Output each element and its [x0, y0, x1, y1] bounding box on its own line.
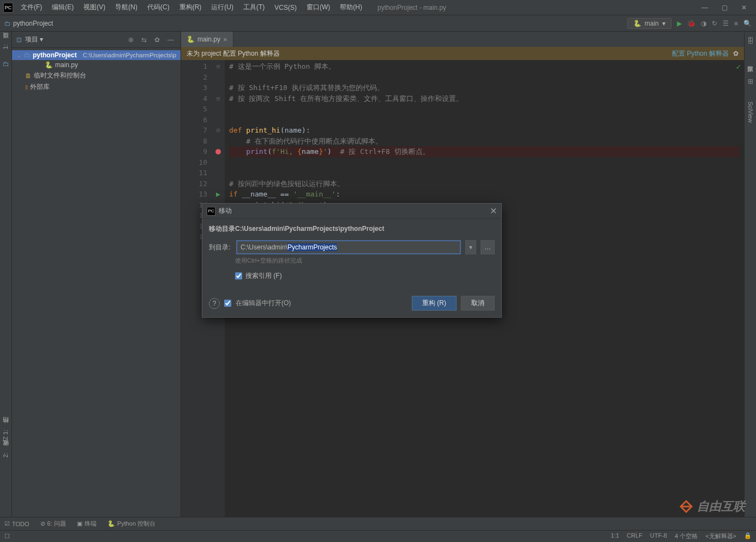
- app-logo: PC: [207, 207, 215, 216]
- gear-icon[interactable]: ✿: [733, 50, 739, 57]
- menu-window[interactable]: 窗口(W): [302, 1, 334, 14]
- tree-scratches[interactable]: 🗎 临时文件和控制台: [12, 70, 181, 81]
- target-icon[interactable]: ⊕: [126, 36, 136, 44]
- fold-icon[interactable]: ⊟: [217, 63, 220, 69]
- project-panel-header: ⊡ 项目 ▾ ⊕ ⇆ ✿ —: [12, 32, 181, 48]
- library-icon: ⫴: [25, 84, 28, 91]
- python-console-button[interactable]: 🐍 Python 控制台: [107, 520, 155, 528]
- menu-run[interactable]: 运行(U): [207, 1, 238, 14]
- run-button[interactable]: ▶: [677, 20, 682, 27]
- menu-tools[interactable]: 工具(T): [239, 1, 269, 14]
- coverage-icon[interactable]: ◑: [701, 20, 706, 27]
- lock-icon[interactable]: 🔒: [744, 532, 752, 540]
- project-view-icon: ⊡: [16, 36, 22, 44]
- menu-edit[interactable]: 编辑(E): [47, 1, 78, 14]
- grid-icon: ⊞: [748, 78, 753, 85]
- run-gutter-icon[interactable]: ▶: [216, 190, 220, 198]
- file-name: main.py: [55, 61, 78, 69]
- interpreter-warning-bar: 未为 project 配置 Python 解释器 配置 Python 解释器 ✿: [181, 47, 744, 60]
- chevron-down-icon: ▾: [662, 20, 665, 27]
- tree-external-libraries[interactable]: ⫴ 外部库: [12, 81, 181, 93]
- encoding[interactable]: UTF-8: [650, 532, 667, 540]
- terminal-icon: ▣: [77, 520, 82, 527]
- todo-button[interactable]: ☑ TODO: [4, 520, 29, 527]
- dialog-subtitle: 移动目录C:\Users\admin\PycharmProjects\pytho…: [209, 224, 495, 234]
- fold-icon[interactable]: ⊟: [217, 127, 220, 133]
- to-directory-input[interactable]: C:\Users\admin\PycharmProjects: [236, 240, 461, 254]
- browse-button[interactable]: …: [481, 240, 495, 254]
- search-references-label: 搜索引用 (F): [245, 271, 282, 281]
- menu-refactor[interactable]: 重构(R): [175, 1, 206, 14]
- profile-icon[interactable]: ↻: [712, 20, 717, 27]
- scratches-label: 临时文件和控制台: [34, 71, 86, 80]
- problems-button[interactable]: ⊘ 6: 问题: [40, 520, 66, 528]
- menu-nav[interactable]: 导航(N): [111, 1, 142, 14]
- fold-icon[interactable]: ⊟: [217, 96, 220, 102]
- checkmark-icon: ✓: [736, 62, 741, 71]
- tree-file-main[interactable]: 🐍 main.py: [12, 60, 181, 70]
- watermark: 自由互联: [679, 498, 745, 515]
- path-text: C:\Users\admin\: [241, 243, 287, 251]
- gear-icon[interactable]: ✿: [152, 36, 162, 44]
- open-in-editor-checkbox[interactable]: [224, 300, 231, 307]
- completion-hint: 使用Ctrl+空格的路径完成: [235, 257, 495, 265]
- python-icon: 🐍: [633, 20, 641, 27]
- menu-file[interactable]: 文件(F): [16, 1, 46, 14]
- problems-icon: ⊘: [40, 520, 45, 527]
- hide-icon[interactable]: —: [165, 36, 176, 44]
- minimize-icon[interactable]: —: [700, 4, 709, 11]
- maximize-icon[interactable]: ▢: [720, 4, 729, 11]
- cancel-button[interactable]: 取消: [461, 296, 495, 311]
- titlebar: PC 文件(F) 编辑(E) 视图(V) 导航(N) 代码(C) 重构(R) 运…: [0, 0, 756, 15]
- tab-structure-vertical[interactable]: Z 1: 结构: [2, 428, 10, 440]
- menu-vcs[interactable]: VCS(S): [270, 2, 301, 14]
- tab-bookmarks-vertical[interactable]: 2: 收藏: [2, 451, 10, 457]
- indent[interactable]: 4 个空格: [675, 532, 698, 540]
- toolwindow-icon[interactable]: ☐: [4, 533, 10, 540]
- stop-button[interactable]: ■: [734, 20, 738, 27]
- tree-root[interactable]: ⌄ 🗀 pythonProject C:\Users\admin\Pycharm…: [12, 50, 181, 60]
- tab-project-vertical[interactable]: 1: 项目: [2, 43, 10, 49]
- right-tool-tabs: 🗄 数据库 ⊞ SciView: [744, 32, 756, 517]
- close-icon[interactable]: ×: [223, 35, 227, 44]
- breakpoint-icon[interactable]: [215, 149, 221, 154]
- help-button[interactable]: ?: [209, 298, 220, 309]
- python-file-icon: 🐍: [187, 35, 195, 43]
- bottom-toolbar: ☑ TODO ⊘ 6: 问题 ▣ 终端 🐍 Python 控制台: [0, 517, 756, 530]
- debug-button[interactable]: 🐞: [687, 20, 695, 27]
- project-panel: ⊡ 项目 ▾ ⊕ ⇆ ✿ — ⌄ 🗀 pythonProject C:\User…: [12, 32, 181, 517]
- menu-view[interactable]: 视图(V): [79, 1, 110, 14]
- menu-help[interactable]: 帮助(H): [335, 1, 367, 14]
- folder-icon: 🗀: [24, 51, 31, 59]
- scratches-icon: 🗎: [25, 72, 32, 80]
- caret-position[interactable]: 1:1: [611, 532, 619, 540]
- history-dropdown-button[interactable]: ▾: [465, 240, 476, 254]
- terminal-button[interactable]: ▣ 终端: [77, 520, 97, 528]
- folder-icon: 🗀: [4, 20, 11, 27]
- layout-icon[interactable]: ☰: [723, 20, 729, 27]
- breadcrumb-project[interactable]: pythonProject: [13, 20, 53, 27]
- line-ending[interactable]: CRLF: [627, 532, 643, 540]
- collapse-icon[interactable]: ⇆: [139, 36, 149, 44]
- project-root-path: C:\Users\admin\PycharmProjects\p: [83, 52, 176, 58]
- menu-code[interactable]: 代码(C): [143, 1, 174, 14]
- todo-icon: ☑: [4, 520, 10, 527]
- dialog-title: 移动: [219, 206, 232, 216]
- tab-sciview-vertical[interactable]: SciView: [747, 102, 754, 123]
- search-icon[interactable]: 🔍: [743, 20, 752, 27]
- editor-tab-main[interactable]: 🐍 main.py ×: [181, 32, 233, 47]
- configure-interpreter-link[interactable]: 配置 Python 解释器: [672, 49, 729, 58]
- watermark-text: 自由互联: [697, 498, 745, 515]
- run-config-selector[interactable]: 🐍 main ▾: [627, 18, 671, 29]
- window-title: pythonProject - main.py: [367, 4, 700, 11]
- interpreter-status[interactable]: <无解释器>: [705, 532, 736, 540]
- open-in-editor-label: 在编辑器中打开(O): [236, 299, 291, 308]
- refactor-button[interactable]: 重构 (R): [412, 296, 457, 311]
- external-lib-label: 外部库: [30, 82, 50, 92]
- python-icon: 🐍: [107, 520, 115, 527]
- close-icon[interactable]: ✕: [490, 206, 497, 216]
- close-icon[interactable]: ✕: [740, 4, 748, 11]
- search-references-checkbox[interactable]: [235, 272, 242, 279]
- project-panel-title[interactable]: 项目 ▾: [25, 35, 123, 44]
- dialog-titlebar[interactable]: PC 移动 ✕: [202, 204, 501, 219]
